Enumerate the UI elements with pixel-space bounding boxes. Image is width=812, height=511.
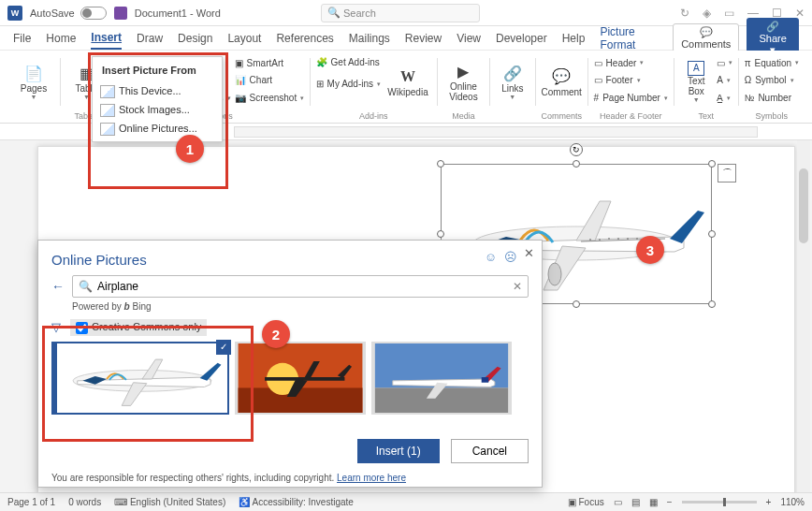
status-words[interactable]: 0 words (68, 497, 101, 507)
layout-options-button[interactable]: ⌒ (718, 164, 736, 182)
clear-icon[interactable]: ✕ (513, 280, 522, 293)
footer-icon: ▭ (594, 75, 602, 85)
status-page[interactable]: Page 1 of 1 (7, 497, 55, 507)
video-icon: ▶ (453, 61, 473, 81)
title-search[interactable]: 🔍 Search (321, 4, 480, 22)
cancel-button[interactable]: Cancel (451, 439, 529, 463)
media-group-label: Media (452, 109, 475, 123)
chart-icon: 📊 (235, 75, 246, 85)
dropdown-stock-images[interactable]: Stock Images... (93, 100, 222, 119)
word-icon: W (7, 6, 22, 21)
status-lang[interactable]: ⌨ English (United States) (114, 497, 225, 507)
comment-button[interactable]: 💬Comment (541, 54, 582, 109)
tab-view[interactable]: View (457, 28, 481, 49)
result-1[interactable]: ✓ (51, 342, 229, 415)
tab-help[interactable]: Help (562, 28, 586, 49)
focus-button[interactable]: ▣ Focus (568, 497, 604, 507)
tab-insert[interactable]: Insert (91, 27, 122, 50)
view-read-icon[interactable]: ▭ (614, 497, 622, 507)
handle-w[interactable] (437, 230, 444, 238)
status-bar: Page 1 of 1 0 words ⌨ English (United St… (0, 492, 812, 511)
pages-button[interactable]: 📄Pages▼ (13, 54, 54, 109)
screenshot-button[interactable]: 📷Screenshot ▾ (235, 90, 305, 106)
result-3[interactable] (371, 342, 512, 415)
view-web-icon[interactable]: ▦ (649, 497, 658, 507)
handle-se[interactable] (708, 300, 716, 308)
smartart-button[interactable]: ▣SmartArt (235, 55, 305, 71)
chart-button[interactable]: 📊Chart (235, 72, 305, 88)
dialog-close-button[interactable]: ✕ (524, 246, 534, 260)
smartart-icon: ▣ (235, 58, 243, 68)
cc-only-checkbox[interactable]: Creative Commons only (70, 319, 207, 336)
zoom-value[interactable]: 110% (780, 497, 805, 507)
zo084-minus[interactable]: − (667, 497, 673, 507)
handle-n[interactable] (573, 160, 580, 168)
tab-draw[interactable]: Draw (137, 28, 163, 49)
links-button[interactable]: 🔗Links▼ (496, 54, 529, 109)
drop-cap-button[interactable]: A̲ ▾ (717, 90, 732, 106)
tab-layout[interactable]: Layout (227, 28, 261, 49)
handle-ne[interactable] (708, 160, 716, 168)
my-addins-button[interactable]: ⊞My Add-ins ▾ (316, 76, 381, 92)
online-videos-button[interactable]: ▶Online Videos (442, 54, 484, 109)
get-addins-button[interactable]: 🧩Get Add-ins (316, 54, 381, 70)
badge-1: 1 (176, 135, 204, 163)
check-icon: ✓ (216, 340, 231, 355)
learn-more-link[interactable]: Learn more here (337, 473, 406, 483)
header-footer-group-label: Header & Footer (600, 109, 662, 123)
header-button[interactable]: ▭Header ▾ (594, 55, 668, 71)
autosave-label: AutoSave (30, 7, 75, 19)
comments-group-label: Comments (541, 109, 582, 123)
comments-button[interactable]: 💬 Comments (673, 23, 739, 52)
handle-e[interactable] (708, 230, 716, 238)
tab-home[interactable]: Home (46, 28, 76, 49)
handle-nw[interactable] (437, 160, 444, 168)
store-icon: 🧩 (316, 57, 327, 67)
addins-group-label: Add-ins (359, 109, 388, 123)
smile-icon[interactable]: ☺ (485, 250, 497, 264)
result-2[interactable] (235, 342, 366, 415)
dropdown-this-device[interactable]: This Device... (93, 81, 222, 100)
tab-developer[interactable]: Developer (496, 28, 547, 49)
vertical-scrollbar[interactable] (797, 140, 810, 492)
zoom-slider[interactable] (682, 501, 757, 504)
pi-icon: π (745, 58, 751, 68)
tab-references[interactable]: References (276, 28, 333, 49)
handle-s[interactable] (573, 300, 580, 308)
copyright-notice: You are responsible for respecting other… (51, 473, 529, 483)
rotate-handle[interactable]: ↻ (570, 143, 583, 156)
autosave-toggle[interactable] (80, 7, 107, 20)
back-arrow[interactable]: ← (51, 279, 65, 294)
footer-button[interactable]: ▭Footer ▾ (594, 72, 668, 88)
svg-rect-11 (239, 387, 363, 413)
wordart-button[interactable]: A ▾ (717, 72, 732, 88)
dropdown-title: Insert Picture From (93, 61, 222, 81)
text-box-button[interactable]: AText Box▼ (679, 54, 713, 109)
frown-icon[interactable]: ☹ (504, 250, 517, 264)
wikipedia-button[interactable]: WWikipedia (384, 54, 431, 109)
badge-3: 3 (636, 236, 664, 264)
save-icon[interactable] (114, 7, 127, 20)
tab-design[interactable]: Design (178, 28, 212, 49)
zoom-plus[interactable]: + (766, 497, 772, 507)
filter-icon[interactable]: ▽ (51, 320, 61, 334)
text-group-label: Text (699, 109, 715, 123)
tab-file[interactable]: File (13, 28, 31, 49)
ribbon-tabs: File Home Insert Draw Design Layout Refe… (0, 26, 812, 51)
quick-parts-button[interactable]: ▭ ▾ (717, 55, 732, 71)
scrollbar-thumb[interactable] (799, 168, 808, 243)
insert-button[interactable]: Insert (1) (357, 439, 440, 463)
badge-2: 2 (262, 320, 290, 348)
tab-review[interactable]: Review (405, 28, 442, 49)
feedback-icons: ☺ ☹ (485, 250, 517, 264)
page-number-button[interactable]: #Page Number ▾ (594, 90, 668, 106)
search-field[interactable]: 🔍 ✕ (72, 275, 529, 298)
search-placeholder: Search (343, 7, 376, 19)
tab-mailings[interactable]: Mailings (349, 28, 390, 49)
dropdown-online-pictures[interactable]: Online Pictures... (93, 119, 222, 138)
symbol-button: ΩSymbol ▾ (745, 72, 799, 88)
status-accessibility[interactable]: ♿ Accessibility: Investigate (239, 497, 354, 507)
view-print-icon[interactable]: ▤ (631, 497, 640, 507)
search-input[interactable] (97, 280, 513, 293)
pictures-dropdown: Insert Picture From This Device... Stock… (92, 56, 223, 142)
